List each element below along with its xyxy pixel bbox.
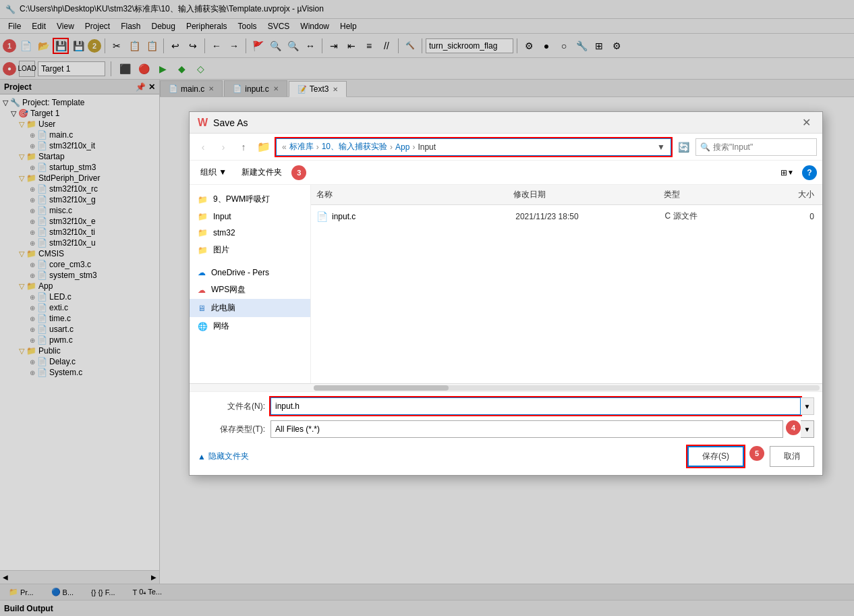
file-date-inputc: 2021/11/23 18:50 xyxy=(515,212,664,221)
dialog-body: 📁 9、PWM呼吸灯 📁 Input 📁 stm32 📁 图片 ☁ xyxy=(190,185,822,383)
filename-input-container: ▼ xyxy=(271,397,814,415)
dialog-titlebar: W Save As ✕ xyxy=(190,112,822,134)
cloud-icon-wps: ☁ xyxy=(198,285,206,295)
computer-icon: 🖥 xyxy=(198,304,206,313)
left-item-computer[interactable]: 🖥 此电脑 xyxy=(190,299,310,317)
nav-back-btn[interactable]: ‹ xyxy=(195,139,211,155)
dialog-toolbar: 组织 ▼ 新建文件夹 3 ⊞ ▼ ? xyxy=(190,161,822,185)
col-date[interactable]: 修改日期 xyxy=(508,188,658,202)
left-item-picture[interactable]: 📁 图片 xyxy=(190,241,310,259)
file-name-inputc: 📄 input.c xyxy=(311,211,515,222)
view-button[interactable]: ⊞ ▼ xyxy=(776,166,798,179)
search-input[interactable] xyxy=(713,142,801,152)
filetype-label: 保存类型(T): xyxy=(198,424,265,435)
breadcrumb-shiyan[interactable]: 10、输入捕获实验 xyxy=(322,141,387,152)
breadcrumb-sep: « xyxy=(282,142,287,152)
network-icon: 🌐 xyxy=(198,322,208,331)
c-file-icon: 📄 xyxy=(316,211,328,222)
col-type[interactable]: 类型 xyxy=(658,188,762,202)
folder-icon-input: 📁 xyxy=(198,212,208,221)
file-size-inputc: 0 xyxy=(764,212,822,221)
separator xyxy=(190,259,310,264)
hscroll-thumb[interactable] xyxy=(314,385,449,391)
organize-button[interactable]: 组织 ▼ xyxy=(195,165,232,180)
hscroll-track[interactable] xyxy=(314,385,820,391)
dialog-bottom: 文件名(N): ▼ 保存类型(T): 4 ▼ ▲ xyxy=(190,391,822,475)
refresh-btn[interactable]: 🔄 xyxy=(675,139,691,155)
left-item-input[interactable]: 📁 Input xyxy=(190,208,310,225)
dialog-nav: ‹ › ↑ 📁 « 标准库 › 10、输入捕获实验 › App › Input … xyxy=(190,134,822,161)
filename-dropdown-btn[interactable]: ▼ xyxy=(801,397,814,415)
file-list-header: 名称 修改日期 类型 大小 xyxy=(311,185,822,205)
folder-icon-pwm: 📁 xyxy=(198,195,208,204)
cloud-icon-onedrive: ☁ xyxy=(198,268,206,277)
badge-4: 4 xyxy=(786,420,801,435)
breadcrumb-bar[interactable]: « 标准库 › 10、输入捕获实验 › App › Input ▼ xyxy=(276,138,671,156)
filename-input[interactable] xyxy=(271,397,801,415)
hide-folders-btn[interactable]: ▲ 隐藏文件夹 xyxy=(198,451,249,462)
view-icon: ⊞ xyxy=(780,168,787,177)
file-list-area: 名称 修改日期 类型 大小 📄 input.c 2021/11/23 18:50… xyxy=(311,185,822,383)
search-box: 🔍 xyxy=(695,138,817,156)
new-folder-button[interactable]: 新建文件夹 xyxy=(236,165,287,180)
dialog-hscrollbar[interactable] xyxy=(190,383,822,391)
file-list: 📄 input.c 2021/11/23 18:50 C 源文件 0 xyxy=(311,205,822,383)
save-button[interactable]: 保存(S) xyxy=(687,446,744,467)
left-item-pwm[interactable]: 📁 9、PWM呼吸灯 xyxy=(190,190,310,208)
filename-row: 文件名(N): ▼ xyxy=(198,397,814,415)
save-as-dialog: W Save As ✕ ‹ › ↑ 📁 « 标准库 › 10、输入捕获实验 › … xyxy=(189,111,823,476)
col-size[interactable]: 大小 xyxy=(762,188,822,202)
left-item-onedrive[interactable]: ☁ OneDrive - Pers xyxy=(190,264,310,281)
cancel-button[interactable]: 取消 xyxy=(770,446,814,467)
breadcrumb-input: Input xyxy=(418,142,436,152)
organize-label: 组织 ▼ xyxy=(200,167,227,178)
folder-icon-picture: 📁 xyxy=(198,246,208,255)
filetype-container: 4 ▼ xyxy=(271,420,814,438)
nav-up-btn[interactable]: ↑ xyxy=(235,139,252,155)
filetype-dropdown-btn[interactable]: ▼ xyxy=(801,420,814,438)
col-name[interactable]: 名称 xyxy=(311,188,508,202)
breadcrumb-biaozhunku[interactable]: 标准库 xyxy=(289,141,314,152)
badge-5: 5 xyxy=(749,446,764,461)
file-type-inputc: C 源文件 xyxy=(665,211,765,222)
dialog-close-button[interactable]: ✕ xyxy=(798,115,814,131)
filename-label: 文件名(N): xyxy=(198,401,265,412)
dialog-action-row: ▲ 隐藏文件夹 保存(S) 5 取消 xyxy=(198,443,814,470)
breadcrumb-dropdown-icon[interactable]: ▼ xyxy=(657,142,665,152)
folder-nav-icon: 📁 xyxy=(256,139,272,155)
dialog-overlay: W Save As ✕ ‹ › ↑ 📁 « 标准库 › 10、输入捕获实验 › … xyxy=(0,0,854,616)
nav-forward-btn[interactable]: › xyxy=(215,139,231,155)
dialog-buttons: 保存(S) 5 取消 xyxy=(687,446,814,467)
search-icon: 🔍 xyxy=(700,142,710,152)
chevron-icon: ▲ xyxy=(198,452,206,461)
left-item-wps[interactable]: ☁ WPS网盘 xyxy=(190,281,310,299)
folder-icon-stm32: 📁 xyxy=(198,228,208,237)
filetype-input[interactable] xyxy=(271,420,783,438)
breadcrumb-app[interactable]: App xyxy=(395,142,409,152)
new-folder-label: 新建文件夹 xyxy=(241,167,282,178)
left-item-stm32[interactable]: 📁 stm32 xyxy=(190,225,310,241)
help-button[interactable]: ? xyxy=(802,165,817,180)
file-row-inputc[interactable]: 📄 input.c 2021/11/23 18:50 C 源文件 0 xyxy=(311,208,822,225)
filetype-row: 保存类型(T): 4 ▼ xyxy=(198,420,814,438)
badge-3: 3 xyxy=(291,165,306,180)
left-item-network[interactable]: 🌐 网络 xyxy=(190,317,310,335)
left-panel: 📁 9、PWM呼吸灯 📁 Input 📁 stm32 📁 图片 ☁ xyxy=(190,185,311,383)
dialog-title-text: Save As xyxy=(213,117,798,128)
dialog-title-icon: W xyxy=(198,117,208,129)
